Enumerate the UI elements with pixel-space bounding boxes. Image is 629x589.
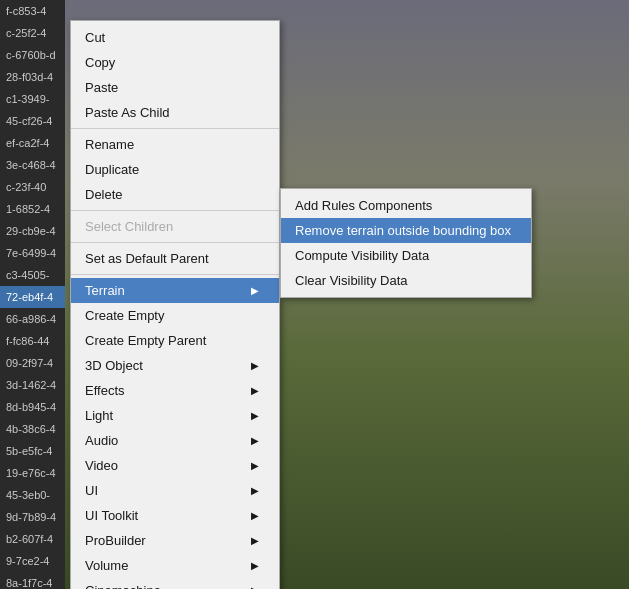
menu-item-create-empty[interactable]: Create Empty: [71, 303, 279, 328]
menu-item-select-children: Select Children: [71, 214, 279, 239]
sidebar-item-1[interactable]: c-25f2-4: [0, 22, 65, 44]
menu-separator-4: [71, 128, 279, 129]
menu-item-paste[interactable]: Paste: [71, 75, 279, 100]
menu-item-3d-object[interactable]: 3D Object▶: [71, 353, 279, 378]
menu-item-label: UI Toolkit: [85, 508, 138, 523]
submenu-arrow-icon: ▶: [251, 585, 259, 589]
menu-item-label: Set as Default Parent: [85, 251, 209, 266]
submenu-arrow-icon: ▶: [251, 535, 259, 546]
menu-separator-8: [71, 210, 279, 211]
submenu-arrow-icon: ▶: [251, 385, 259, 396]
menu-item-video[interactable]: Video▶: [71, 453, 279, 478]
menu-item-label: Video: [85, 458, 118, 473]
menu-item-light[interactable]: Light▶: [71, 403, 279, 428]
sidebar-item-19[interactable]: 4b-38c6-4: [0, 418, 65, 440]
menu-item-cut[interactable]: Cut: [71, 25, 279, 50]
menu-item-set-as-default-parent[interactable]: Set as Default Parent: [71, 246, 279, 271]
menu-item-label: Copy: [85, 55, 115, 70]
sidebar-item-12[interactable]: c3-4505-: [0, 264, 65, 286]
sidebar-item-6[interactable]: ef-ca2f-4: [0, 132, 65, 154]
menu-item-label: Cinemachine: [85, 583, 161, 589]
context-menu-wrapper: CutCopyPastePaste As ChildRenameDuplicat…: [70, 20, 280, 589]
menu-item-effects[interactable]: Effects▶: [71, 378, 279, 403]
sidebar-item-7[interactable]: 3e-c468-4: [0, 154, 65, 176]
sidebar-item-5[interactable]: 45-cf26-4: [0, 110, 65, 132]
submenu-item-compute-visibility-data[interactable]: Compute Visibility Data: [281, 243, 531, 268]
menu-item-label: Effects: [85, 383, 125, 398]
menu-item-label: Cut: [85, 30, 105, 45]
submenu-item-remove-terrain-outside-bounding-box[interactable]: Remove terrain outside bounding box: [281, 218, 531, 243]
sidebar-item-22[interactable]: 45-3eb0-: [0, 484, 65, 506]
submenu-arrow-icon: ▶: [251, 460, 259, 471]
menu-item-label: Volume: [85, 558, 128, 573]
menu-item-rename[interactable]: Rename: [71, 132, 279, 157]
menu-item-ui-toolkit[interactable]: UI Toolkit▶: [71, 503, 279, 528]
menu-item-label: Audio: [85, 433, 118, 448]
sidebar-item-11[interactable]: 7e-6499-4: [0, 242, 65, 264]
sidebar-item-17[interactable]: 3d-1462-4: [0, 374, 65, 396]
menu-item-cinemachine[interactable]: Cinemachine▶: [71, 578, 279, 589]
menu-item-volume[interactable]: Volume▶: [71, 553, 279, 578]
menu-item-paste-as-child[interactable]: Paste As Child: [71, 100, 279, 125]
menu-item-probuilder[interactable]: ProBuilder▶: [71, 528, 279, 553]
sidebar-item-14[interactable]: 66-a986-4: [0, 308, 65, 330]
menu-separator-12: [71, 274, 279, 275]
menu-item-ui[interactable]: UI▶: [71, 478, 279, 503]
menu-item-label: Create Empty Parent: [85, 333, 206, 348]
sidebar-item-20[interactable]: 5b-e5fc-4: [0, 440, 65, 462]
menu-item-audio[interactable]: Audio▶: [71, 428, 279, 453]
sidebar-item-21[interactable]: 19-e76c-4: [0, 462, 65, 484]
menu-item-label: Light: [85, 408, 113, 423]
submenu-arrow-icon: ▶: [251, 485, 259, 496]
submenu-arrow-icon: ▶: [251, 510, 259, 521]
sidebar-item-26[interactable]: 8a-1f7c-4: [0, 572, 65, 589]
sidebar-item-24[interactable]: b2-607f-4: [0, 528, 65, 550]
sidebar-item-18[interactable]: 8d-b945-4: [0, 396, 65, 418]
menu-item-duplicate[interactable]: Duplicate: [71, 157, 279, 182]
sidebar-item-13[interactable]: 72-eb4f-4: [0, 286, 65, 308]
sidebar-item-10[interactable]: 29-cb9e-4: [0, 220, 65, 242]
submenu-item-clear-visibility-data[interactable]: Clear Visibility Data: [281, 268, 531, 293]
menu-item-label: Delete: [85, 187, 123, 202]
sidebar-item-16[interactable]: 09-2f97-4: [0, 352, 65, 374]
menu-item-label: Create Empty: [85, 308, 164, 323]
submenu-arrow-icon: ▶: [251, 435, 259, 446]
menu-item-label: Duplicate: [85, 162, 139, 177]
submenu-item-add-rules-components[interactable]: Add Rules Components: [281, 193, 531, 218]
menu-item-label: ProBuilder: [85, 533, 146, 548]
sidebar-item-15[interactable]: f-fc86-44: [0, 330, 65, 352]
menu-item-delete[interactable]: Delete: [71, 182, 279, 207]
submenu-arrow-icon: ▶: [251, 560, 259, 571]
submenu-arrow-icon: ▶: [251, 285, 259, 296]
menu-item-label: UI: [85, 483, 98, 498]
menu-item-copy[interactable]: Copy: [71, 50, 279, 75]
menu-item-label: 3D Object: [85, 358, 143, 373]
menu-item-terrain[interactable]: Terrain▶: [71, 278, 279, 303]
sidebar-item-25[interactable]: 9-7ce2-4: [0, 550, 65, 572]
menu-item-create-empty-parent[interactable]: Create Empty Parent: [71, 328, 279, 353]
submenu: Add Rules ComponentsRemove terrain outsi…: [280, 188, 532, 298]
menu-separator-10: [71, 242, 279, 243]
context-menu: CutCopyPastePaste As ChildRenameDuplicat…: [70, 20, 280, 589]
sidebar-item-9[interactable]: 1-6852-4: [0, 198, 65, 220]
sidebar-item-2[interactable]: c-6760b-d: [0, 44, 65, 66]
menu-item-label: Rename: [85, 137, 134, 152]
sidebar-item-23[interactable]: 9d-7b89-4: [0, 506, 65, 528]
sidebar: f-c853-4c-25f2-4c-6760b-d28-f03d-4c1-394…: [0, 0, 65, 589]
menu-item-label: Paste: [85, 80, 118, 95]
sidebar-item-8[interactable]: c-23f-40: [0, 176, 65, 198]
menu-item-label: Terrain: [85, 283, 125, 298]
sidebar-item-0[interactable]: f-c853-4: [0, 0, 65, 22]
menu-item-label: Paste As Child: [85, 105, 170, 120]
sidebar-item-4[interactable]: c1-3949-: [0, 88, 65, 110]
submenu-arrow-icon: ▶: [251, 410, 259, 421]
sidebar-item-3[interactable]: 28-f03d-4: [0, 66, 65, 88]
menu-item-label: Select Children: [85, 219, 173, 234]
submenu-arrow-icon: ▶: [251, 360, 259, 371]
